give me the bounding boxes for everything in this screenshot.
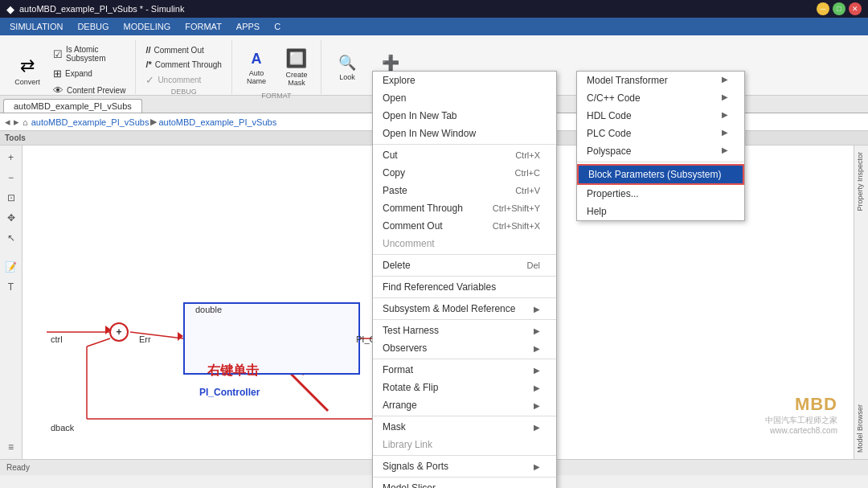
- sub-plc-code[interactable]: PLC Code▶: [577, 125, 744, 142]
- ctx-paste[interactable]: PasteCtrl+V: [373, 182, 556, 199]
- ctx-sep-9: [373, 477, 556, 478]
- app-icon: ◆: [6, 3, 14, 15]
- ctx-subsystem[interactable]: Subsystem & Model Reference▶: [373, 300, 556, 318]
- ctx-test-harness[interactable]: Test Harness▶: [373, 322, 556, 339]
- menu-bar: SIMULATION DEBUG MODELING FORMAT APPS C: [0, 18, 868, 35]
- breadcrumb-current[interactable]: autoMBD_example_PI_vSubs: [158, 117, 276, 127]
- ctx-sep-8: [373, 455, 556, 456]
- double-label: double: [195, 305, 222, 314]
- model-browser-tab[interactable]: Model Browser: [856, 401, 867, 456]
- ctx-sep-4: [373, 297, 556, 298]
- svg-line-6: [87, 338, 110, 347]
- auto-name-button[interactable]: A AutoName: [237, 43, 276, 92]
- ctx-sep-2: [373, 254, 556, 255]
- pan-button[interactable]: ✥: [2, 209, 20, 227]
- ctx-sep-7: [373, 416, 556, 416]
- menu-apps[interactable]: APPS: [230, 20, 266, 33]
- ctx-cut[interactable]: CutCtrl+X: [373, 146, 556, 164]
- menu-c[interactable]: C: [268, 20, 287, 33]
- uncomment-button[interactable]: ✓ Uncomment: [141, 72, 227, 88]
- content-preview-button[interactable]: 👁 Content Preview: [48, 83, 130, 98]
- menu-debug[interactable]: DEBUG: [71, 20, 115, 33]
- sub-block-parameters[interactable]: Block Parameters (Subsystem): [577, 164, 744, 185]
- menu-modeling[interactable]: MODELING: [117, 20, 178, 33]
- toolbar-group-component: ⇄ Convert ☑ Is AtomicSubsystem ⊞ Expand …: [3, 40, 136, 94]
- maximize-button[interactable]: □: [833, 2, 845, 15]
- annotation-button[interactable]: 📝: [2, 258, 20, 276]
- ctx-explore[interactable]: Explore: [373, 72, 556, 89]
- uncomment-icon: ✓: [145, 74, 154, 86]
- submenu: Model Transformer▶ C/C++ Code▶ HDL Code▶…: [576, 71, 745, 221]
- browser-button[interactable]: ≡: [2, 438, 20, 456]
- ctx-open[interactable]: Open: [373, 89, 556, 107]
- home-icon: ⌂: [23, 117, 28, 127]
- ctx-copy[interactable]: CopyCtrl+C: [373, 164, 556, 182]
- mask-icon: 🔲: [285, 48, 307, 69]
- ctx-signals-ports[interactable]: Signals & Ports▶: [373, 457, 556, 475]
- annotation-text: 右键单击: [207, 363, 259, 379]
- sub-cpp-code[interactable]: C/C++ Code▶: [577, 89, 744, 107]
- comment-through-button[interactable]: /* Comment Through: [141, 58, 227, 71]
- comment-out-button[interactable]: // Comment Out: [141, 43, 227, 56]
- ctx-sep-1: [373, 144, 556, 145]
- sub-polyspace[interactable]: Polyspace▶: [577, 142, 744, 160]
- title-bar: ◆ autoMBD_example_PI_vSubs * - Simulink …: [0, 0, 868, 18]
- text-button[interactable]: T: [2, 278, 20, 296]
- ctx-open-window[interactable]: Open In New Window: [373, 125, 556, 142]
- minimize-button[interactable]: ─: [817, 2, 829, 15]
- err-label: Err: [139, 334, 151, 344]
- ctx-uncomment[interactable]: Uncomment: [373, 235, 556, 252]
- sub-help[interactable]: Help: [577, 203, 744, 220]
- expand-icon: ⊞: [53, 68, 62, 80]
- tab-main[interactable]: autoMBD_example_PI_vSubs: [3, 99, 142, 113]
- menu-simulation[interactable]: SIMULATION: [3, 20, 69, 33]
- sub-properties[interactable]: Properties...: [577, 185, 744, 203]
- right-panel: Property Inspector Model Browser: [854, 146, 868, 459]
- look-button[interactable]: 🔍 Look: [328, 43, 366, 92]
- sub-sep-1: [577, 162, 744, 162]
- toolbar-group-debug: // Comment Out /* Comment Through ✓ Unco…: [136, 40, 232, 94]
- zoom-out-button[interactable]: −: [2, 169, 20, 187]
- back-button[interactable]: ◂: [5, 116, 10, 128]
- convert-button[interactable]: ⇄ Convert: [8, 47, 47, 95]
- pi-controller-label: PI_Controller: [199, 387, 260, 398]
- sub-hdl-code[interactable]: HDL Code▶: [577, 107, 744, 125]
- is-atomic-button[interactable]: ☑ Is AtomicSubsystem: [48, 43, 110, 64]
- convert-icon: ⇄: [20, 55, 35, 76]
- ctx-delete[interactable]: DeleteDel: [373, 256, 556, 274]
- select-button[interactable]: ↖: [2, 229, 20, 247]
- window-title: autoMBD_example_PI_vSubs * - Simulink: [19, 4, 184, 14]
- property-inspector-tab[interactable]: Property Inspector: [856, 149, 867, 215]
- look-icon: 🔍: [338, 54, 356, 72]
- create-mask-button[interactable]: 🔲 CreateMask: [277, 43, 316, 92]
- svg-line-1: [130, 332, 183, 338]
- ctx-rotate-flip[interactable]: Rotate & Flip▶: [373, 379, 556, 396]
- atomic-icon: ☑: [53, 48, 63, 60]
- ctx-comment-out[interactable]: Comment OutCtrl+Shift+X: [373, 217, 556, 235]
- dback-label: dback: [51, 423, 74, 433]
- zoom-in-button[interactable]: +: [2, 149, 20, 166]
- breadcrumb-root[interactable]: autoMBD_example_PI_vSubs: [31, 117, 149, 127]
- ctx-format[interactable]: Format▶: [373, 361, 556, 379]
- ctx-library-link[interactable]: Library Link: [373, 436, 556, 453]
- sub-model-transformer[interactable]: Model Transformer▶: [577, 72, 744, 89]
- ctx-open-tab[interactable]: Open In New Tab: [373, 107, 556, 125]
- ctx-arrange[interactable]: Arrange▶: [373, 396, 556, 414]
- ctx-comment-through[interactable]: Comment ThroughCtrl+Shift+Y: [373, 199, 556, 217]
- ctx-observers[interactable]: Observers▶: [373, 339, 556, 357]
- ctx-model-slicer[interactable]: Model Slicer: [373, 479, 556, 488]
- preview-icon: 👁: [53, 84, 63, 96]
- expand-button[interactable]: ⊞ Expand: [48, 66, 97, 81]
- add-icon: ➕: [382, 54, 399, 72]
- ctx-mask[interactable]: Mask▶: [373, 418, 556, 436]
- ctx-sep-5: [373, 319, 556, 320]
- menu-format[interactable]: FORMAT: [178, 20, 228, 33]
- forward-button[interactable]: ▸: [14, 116, 19, 128]
- ctrl-label: ctrl: [51, 334, 63, 344]
- close-button[interactable]: ✕: [849, 2, 862, 15]
- autoname-icon: A: [251, 51, 261, 68]
- ctx-find-refs[interactable]: Find Referenced Variables: [373, 278, 556, 296]
- left-sidebar: + − ⊡ ✥ ↖ 📝 T ≡: [0, 146, 23, 459]
- sum-block[interactable]: +: [109, 322, 129, 342]
- fit-button[interactable]: ⊡: [2, 189, 20, 207]
